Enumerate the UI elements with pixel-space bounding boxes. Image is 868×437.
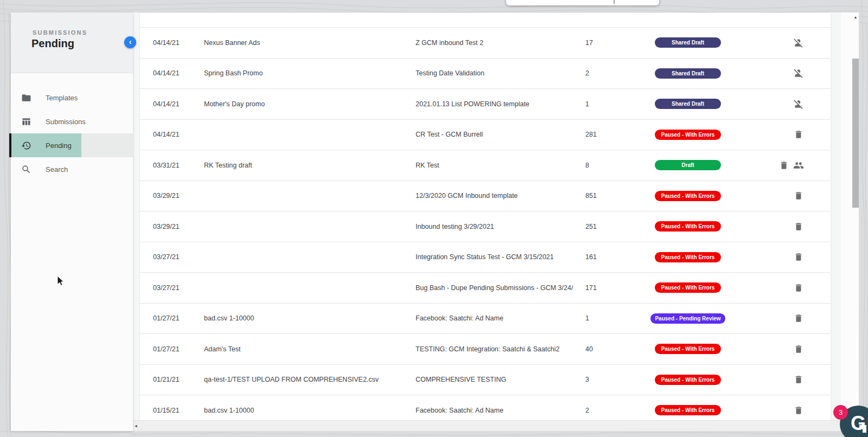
scroll-up-arrow-icon[interactable]: ▲: [852, 14, 859, 21]
trash-icon[interactable]: [793, 129, 804, 140]
row-template: 2021.01.13 List POWERING template: [416, 100, 573, 108]
trash-icon[interactable]: [793, 344, 804, 355]
sidebar-menu: Templates Submissions Pending: [11, 73, 133, 181]
table-row[interactable]: 04/14/21CR Test - GCM Burrell281Paused -…: [140, 120, 831, 151]
table-row[interactable]: 03/31/21RK Testing draftRK Test8Draft: [140, 150, 831, 181]
people-icon[interactable]: [793, 160, 804, 171]
row-actions: [763, 37, 831, 48]
status-badge: Paused - With Errors: [655, 191, 721, 201]
row-actions: [763, 344, 831, 355]
status-badge: Paused - With Errors: [655, 282, 721, 293]
table-icon: [21, 116, 31, 127]
row-status-cell: Paused - Pending Review: [613, 313, 763, 324]
submissions-table: 04/14/21Nexus Banner AdsZ GCM inbound Te…: [140, 13, 831, 420]
row-template: RK Test: [416, 162, 573, 169]
row-template: Inbound testing 3/29/2021: [416, 223, 573, 230]
sidebar-item-submissions[interactable]: Submissions: [11, 110, 133, 133]
scroll-left-arrow-icon[interactable]: ◄: [134, 424, 138, 428]
person-off-icon[interactable]: [793, 37, 804, 48]
row-name: bad.csv 1-10000: [204, 407, 416, 414]
sidebar-item-pending[interactable]: Pending: [11, 133, 133, 157]
row-count: 161: [573, 253, 613, 261]
row-status-cell: Paused - With Errors: [613, 344, 763, 354]
status-badge: Shared Draft: [655, 37, 721, 48]
row-template: Facebook: Saatchi: Ad Name: [416, 407, 573, 414]
status-badge: Shared Draft: [655, 99, 721, 109]
row-count: 851: [573, 192, 613, 200]
row-template: TESTING: GCM Integration: Saatchi & Saat…: [416, 345, 573, 353]
row-template: Testing Date Validation: [416, 69, 573, 77]
trash-icon[interactable]: [793, 221, 804, 232]
notification-count-badge: 3: [833, 405, 848, 420]
row-template: Integration Sync Status Test - GCM 3/15/…: [416, 253, 573, 261]
table-row[interactable]: 04/14/21Nexus Banner AdsZ GCM inbound Te…: [140, 28, 831, 59]
table-row[interactable]: 01/15/21bad.csv 1-10000Facebook: Saatchi…: [140, 395, 831, 420]
row-actions: [763, 99, 831, 110]
row-date: 04/14/21: [140, 100, 204, 108]
table-row[interactable]: 03/27/21Bug Bash - Dupe Pending Submissi…: [140, 273, 831, 304]
table-row[interactable]: 01/27/21bad.csv 1-10000Facebook: Saatchi…: [140, 304, 831, 335]
sidebar-item-search[interactable]: Search: [11, 157, 133, 181]
row-name: Spring Bash Promo: [204, 69, 416, 77]
trash-icon[interactable]: [793, 282, 804, 293]
floating-search-panel[interactable]: [506, 0, 659, 5]
sidebar-header: SUBMISSIONS Pending ‹: [11, 12, 133, 73]
row-actions: [763, 68, 831, 79]
row-date: 04/14/21: [140, 39, 204, 47]
table-row[interactable]: 04/14/21Spring Bash PromoTesting Date Va…: [140, 59, 831, 89]
row-date: 04/14/21: [140, 131, 204, 138]
sidebar-item-label: Pending: [46, 142, 72, 150]
table-row[interactable]: 03/29/2112/3/2020 GCM Inbound template85…: [140, 181, 831, 212]
vertical-scrollbar-thumb[interactable]: [852, 59, 859, 208]
status-badge: Paused - With Errors: [655, 130, 721, 140]
person-off-icon[interactable]: [793, 99, 804, 110]
mouse-cursor: [57, 275, 66, 287]
table-rows: 04/14/21Nexus Banner AdsZ GCM inbound Te…: [140, 28, 831, 420]
row-template: COMPREHENSIVE TESTING: [416, 376, 573, 383]
row-actions: [763, 282, 831, 293]
page-title: Pending: [31, 37, 74, 50]
trash-icon[interactable]: [793, 405, 804, 416]
sidebar-item-label: Templates: [46, 94, 78, 102]
row-date: 03/27/21: [140, 284, 204, 292]
table-row[interactable]: 03/27/21Integration Sync Status Test - G…: [140, 242, 831, 273]
status-badge: Draft: [655, 160, 721, 170]
table-row[interactable]: 01/21/21qa-test-1/TEST UPLOAD FROM COMPR…: [140, 365, 831, 396]
person-off-icon[interactable]: [793, 68, 804, 79]
row-template: Bug Bash - Dupe Pending Submissions - GC…: [416, 284, 573, 292]
row-count: 281: [573, 131, 613, 138]
row-status-cell: Shared Draft: [613, 99, 763, 109]
row-date: 03/31/21: [140, 162, 204, 169]
row-status-cell: Paused - With Errors: [613, 221, 763, 232]
row-status-cell: Draft: [613, 160, 763, 170]
row-count: 17: [573, 39, 613, 47]
row-date: 01/27/21: [140, 314, 204, 322]
trash-icon[interactable]: [793, 252, 804, 262]
table-row[interactable]: 03/29/21Inbound testing 3/29/2021251Paus…: [140, 211, 831, 242]
row-actions: [763, 221, 831, 232]
row-status-cell: Shared Draft: [613, 37, 763, 48]
trash-icon[interactable]: [793, 313, 804, 324]
selected-highlight-extension: [81, 133, 133, 157]
sidebar-item-label: Search: [46, 165, 68, 173]
sidebar-item-templates[interactable]: Templates: [11, 86, 133, 110]
table-row[interactable]: 04/14/21Mother's Day promo2021.01.13 Lis…: [140, 89, 831, 120]
trash-icon[interactable]: [793, 374, 804, 385]
horizontal-scrollbar-track[interactable]: ◄: [132, 420, 859, 431]
row-name: bad.csv 1-10000: [204, 314, 416, 322]
row-actions: [763, 374, 831, 385]
trash-icon[interactable]: [778, 160, 789, 171]
table-row[interactable]: 01/27/21Adam's TestTESTING: GCM Integrat…: [140, 334, 831, 365]
row-template: Z GCM inbound Test 2: [416, 39, 573, 47]
row-template: CR Test - GCM Burrell: [416, 131, 573, 138]
row-template: Facebook: Saatchi: Ad Name: [416, 314, 573, 322]
row-name: Nexus Banner Ads: [204, 39, 416, 47]
row-count: 2: [573, 69, 613, 77]
row-date: 03/29/21: [140, 223, 204, 230]
row-actions: [763, 160, 831, 171]
sidebar-collapse-button[interactable]: ‹: [124, 36, 136, 48]
row-actions: [763, 252, 831, 262]
row-status-cell: Paused - With Errors: [613, 405, 763, 415]
trash-icon[interactable]: [793, 190, 804, 201]
text-caret: [614, 0, 615, 4]
